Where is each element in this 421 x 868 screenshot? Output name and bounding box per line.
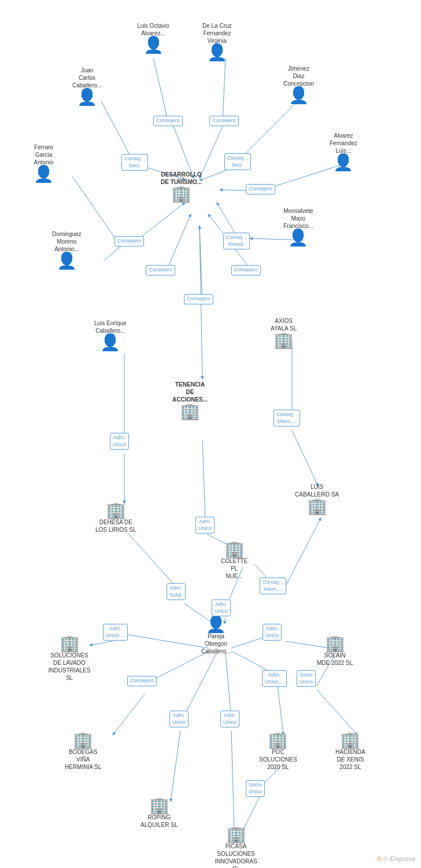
node-picasaSoluciones[interactable]: 🏢 PICASASOLUCIONESINNOVADORAS SL	[213, 826, 259, 868]
building-icon: 🏢	[226, 826, 246, 843]
building-icon: 🏢	[268, 732, 288, 748]
badge-adm-unico6[interactable]: Adm.Unico,...	[262, 670, 287, 687]
person-icon: 👤	[100, 334, 120, 351]
person-icon: 👤	[57, 253, 77, 269]
badge-adm-unico3[interactable]: Adm.Unico	[212, 599, 231, 616]
svg-line-26	[283, 518, 321, 590]
node-solucionesLavado[interactable]: 🏢 SOLUCIONESDE LAVADOINDUSTRIALES SL	[46, 635, 93, 682]
node-solainMDE[interactable]: 🏢 SOLAINMDE 2022 SL	[317, 635, 353, 667]
node-delaCruz: De La CruzFernandezVirginia 👤	[202, 22, 232, 61]
badge-consejero1[interactable]: Consejero	[153, 116, 183, 126]
badge-consejero6[interactable]: Consejero	[231, 265, 261, 275]
graph-container: Luis Octavio Alvarez... 👤 De La CruzFern…	[0, 0, 421, 868]
svg-line-3	[240, 98, 301, 159]
building-icon-highlight: 🏢	[180, 403, 200, 420]
badge-consejero7[interactable]: Consejero	[184, 294, 213, 304]
person-icon: 👤	[77, 89, 97, 105]
node-jimenez: JimenezDiazConcepcion 👤	[283, 65, 314, 104]
badge-adm-unico7[interactable]: Adm.Unico	[169, 711, 189, 727]
node-luisenrique: Luis EnriqueCaballero... 👤	[94, 319, 127, 351]
badge-consej-miem2[interactable]: Consej. ,Miem....	[260, 578, 286, 594]
node-pocSoluciones[interactable]: 🏢 POCSOLUCIONES2020 SL	[259, 732, 297, 771]
svg-line-40	[231, 731, 234, 830]
building-icon: 🏢	[149, 797, 169, 814]
person-icon: 👤	[333, 155, 353, 171]
badge-adm-unico2[interactable]: Adm.Unico	[195, 517, 215, 534]
node-bodegasVina[interactable]: 🏢 BODEGASVIÑAHERMINIA SL	[65, 732, 101, 771]
svg-line-17	[200, 226, 202, 304]
node-haciendaXenis[interactable]: 🏢 HACIENDADE XENIS2022 SL	[335, 732, 365, 771]
svg-line-44	[317, 690, 357, 735]
building-icon: 🏢	[274, 332, 294, 348]
building-icon: 🏢	[106, 502, 126, 518]
svg-line-39	[226, 653, 231, 719]
copyright: © © Empresa	[377, 855, 415, 862]
node-luisCaballeroSA[interactable]: LUISCABALLERO SA 🏢	[295, 483, 339, 514]
badge-adm-unico5[interactable]: Adm.Unico	[263, 624, 282, 641]
node-colettePL[interactable]: 🏢 COLETTEPLNUE...	[221, 541, 248, 580]
badge-consej-secr1[interactable]: Consej. ,Secr.	[121, 154, 148, 171]
person-icon: 👤	[143, 37, 164, 53]
node-dehesaLirios[interactable]: 🏢 DEHESA DELOS LIRIOS SL	[95, 502, 136, 534]
person-icon: 👤	[206, 616, 226, 632]
svg-line-20	[292, 431, 318, 486]
svg-line-42	[278, 686, 283, 735]
building-icon: 🏢	[325, 635, 345, 652]
svg-line-31	[121, 634, 208, 648]
badge-consejero5[interactable]: Consejero	[146, 265, 175, 275]
svg-line-36	[113, 694, 145, 735]
svg-line-9	[200, 126, 223, 178]
badge-adm-unico8[interactable]: Adm.Unico	[220, 711, 239, 727]
node-tenenciaAcciones[interactable]: TENENCIADEACCIONES... 🏢	[172, 381, 208, 420]
building-icon: 🏢	[340, 732, 360, 748]
svg-line-2	[101, 101, 133, 161]
badge-consej-secr2[interactable]: Consej. ,Secr.	[224, 153, 251, 170]
node-alvarez: AlvarezFernandezLuis... 👤	[330, 132, 357, 171]
svg-line-0	[153, 58, 168, 120]
badge-consejero3[interactable]: Consejero	[246, 184, 275, 194]
badge-consej-presid[interactable]: Consej. ,Presid.	[223, 233, 250, 249]
node-ropingAlquiler[interactable]: 🏢 ROPINGALQUILER SL	[141, 797, 178, 829]
node-ferraro: FerraroGarciaAntonio 👤	[34, 144, 54, 182]
node-dominguez: DominguezMorenoAntonio... 👤	[52, 230, 82, 269]
svg-line-29	[127, 532, 178, 589]
person-icon: 👤	[34, 166, 54, 182]
person-icon: 👤	[207, 45, 227, 61]
badge-consejero2[interactable]: Consejero	[209, 116, 239, 126]
person-icon: 👤	[289, 87, 309, 104]
node-monsalvete: MonsalveteMazoFrancisco... 👤	[283, 207, 313, 246]
badge-adm-unico1[interactable]: Adm.Unico	[110, 433, 129, 450]
badge-adm-solid[interactable]: Adm.Solid.	[167, 583, 186, 600]
badge-consejero8[interactable]: Consejero	[127, 676, 157, 686]
svg-line-32	[90, 641, 113, 645]
building-icon: 🏢	[60, 635, 80, 652]
building-icon: 🏢	[171, 186, 191, 202]
svg-line-37	[182, 653, 217, 719]
node-luis-octavio: Luis Octavio Alvarez... 👤	[130, 22, 176, 53]
badge-consejero4[interactable]: Consejero	[115, 236, 144, 247]
person-icon: 👤	[288, 230, 308, 246]
svg-line-38	[171, 730, 180, 801]
badge-consej-miem1[interactable]: Consej. ,Miem....	[274, 410, 300, 426]
badge-socio-unico2[interactable]: SocioÚnico	[246, 780, 265, 797]
svg-line-23	[202, 440, 205, 521]
building-icon: 🏢	[307, 498, 327, 514]
node-axiosAyala[interactable]: AXIOSAYALA SL 🏢	[271, 317, 297, 348]
building-icon: 🏢	[224, 541, 245, 557]
node-desarrolloTurismo[interactable]: DESARROLLODE TURISMO... 🏢	[161, 171, 202, 202]
building-icon: 🏢	[73, 732, 93, 748]
svg-line-1	[223, 58, 226, 120]
node-parejaObregon[interactable]: 👤 ParejaObregonCaballero...	[201, 616, 231, 655]
node-juancarlos: JuanCarlosCaballero... 👤	[72, 67, 102, 105]
badge-adm-unico4[interactable]: Adm.Unico....	[103, 624, 128, 641]
badge-socio-unico1[interactable]: SocioÚnico	[297, 670, 316, 687]
